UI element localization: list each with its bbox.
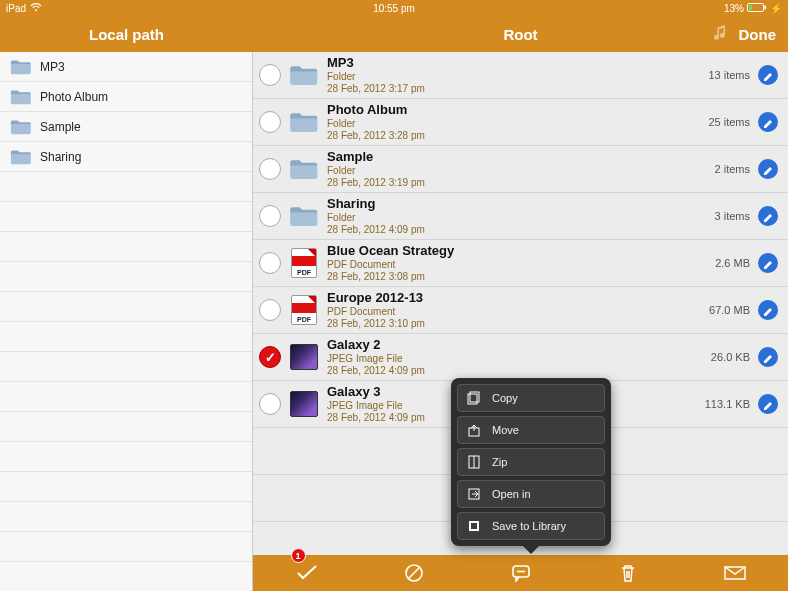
- file-row[interactable]: PDF Blue Ocean Strategy PDF Document 28 …: [253, 240, 788, 287]
- popover-item-icon: [466, 423, 482, 437]
- delete-button[interactable]: [608, 555, 648, 591]
- file-row[interactable]: PDF Europe 2012-13 PDF Document 28 Feb, …: [253, 287, 788, 334]
- file-row[interactable]: Photo Album Folder 28 Feb, 2012 3:28 pm …: [253, 99, 788, 146]
- file-row[interactable]: ✓ Galaxy 2 JPEG Image File 28 Feb, 2012 …: [253, 334, 788, 381]
- image-thumb: [290, 391, 318, 417]
- charging-icon: ⚡: [770, 3, 782, 14]
- sidebar-item-label: MP3: [40, 60, 65, 74]
- file-meta: 113.1 KB: [705, 398, 750, 410]
- file-name: Sharing: [327, 196, 715, 212]
- file-kind: Folder: [327, 118, 708, 130]
- file-meta: 26.0 KB: [711, 351, 750, 363]
- file-row[interactable]: MP3 Folder 28 Feb, 2012 3:17 pm 13 items: [253, 52, 788, 99]
- file-date: 28 Feb, 2012 3:08 pm: [327, 271, 715, 283]
- file-date: 28 Feb, 2012 3:19 pm: [327, 177, 715, 189]
- file-row[interactable]: Sharing Folder 28 Feb, 2012 4:09 pm 3 it…: [253, 193, 788, 240]
- sidebar-item[interactable]: Sharing: [0, 142, 252, 172]
- popover-item-icon: [466, 455, 482, 469]
- selection-circle[interactable]: [259, 111, 281, 133]
- file-thumb: [289, 391, 319, 417]
- file-date: 28 Feb, 2012 3:28 pm: [327, 130, 708, 142]
- select-button[interactable]: 1: [287, 555, 327, 591]
- svg-rect-1: [765, 5, 767, 9]
- file-kind: PDF Document: [327, 306, 709, 318]
- popover-item[interactable]: Zip: [457, 448, 605, 476]
- folder-icon: [10, 149, 32, 165]
- status-bar: iPad 10:55 pm 13% ⚡: [0, 0, 788, 16]
- info-button[interactable]: [758, 206, 778, 226]
- popover-item[interactable]: Save to Library: [457, 512, 605, 540]
- pdf-icon: PDF: [291, 248, 317, 278]
- selection-badge: 1: [291, 548, 306, 563]
- sidebar-item[interactable]: MP3: [0, 52, 252, 82]
- popover-item-icon: [466, 519, 482, 533]
- info-button[interactable]: [758, 253, 778, 273]
- file-date: 28 Feb, 2012 3:17 pm: [327, 83, 708, 95]
- selection-circle[interactable]: [259, 393, 281, 415]
- file-kind: PDF Document: [327, 259, 715, 271]
- sidebar-header: Local path: [0, 16, 253, 52]
- device-label: iPad: [6, 3, 26, 14]
- file-date: 28 Feb, 2012 4:09 pm: [327, 365, 711, 377]
- popover-item[interactable]: Move: [457, 416, 605, 444]
- file-meta: 13 items: [708, 69, 750, 81]
- deselect-button[interactable]: [394, 555, 434, 591]
- file-thumb: [289, 156, 319, 182]
- file-row[interactable]: Sample Folder 28 Feb, 2012 3:19 pm 2 ite…: [253, 146, 788, 193]
- clock: 10:55 pm: [373, 3, 415, 14]
- selection-circle[interactable]: [259, 205, 281, 227]
- selection-circle[interactable]: [259, 64, 281, 86]
- file-name: Photo Album: [327, 102, 708, 118]
- file-meta: 2 items: [715, 163, 750, 175]
- sidebar-title: Local path: [89, 26, 164, 43]
- file-kind: Folder: [327, 165, 715, 177]
- selection-circle[interactable]: [259, 158, 281, 180]
- sidebar: MP3 Photo Album Sample Sharing: [0, 52, 253, 591]
- wifi-icon: [30, 3, 42, 14]
- sidebar-item[interactable]: Sample: [0, 112, 252, 142]
- info-button[interactable]: [758, 300, 778, 320]
- file-name: Blue Ocean Strategy: [327, 243, 715, 259]
- action-popover: CopyMoveZipOpen inSave to Library: [451, 378, 611, 546]
- content-pane: MP3 Folder 28 Feb, 2012 3:17 pm 13 items…: [253, 52, 788, 591]
- info-button[interactable]: [758, 159, 778, 179]
- file-meta: 67.0 MB: [709, 304, 750, 316]
- battery-percent: 13%: [724, 3, 744, 14]
- selection-circle[interactable]: [259, 299, 281, 321]
- selection-circle[interactable]: ✓: [259, 346, 281, 368]
- popover-item-icon: [466, 391, 482, 405]
- selection-circle[interactable]: [259, 252, 281, 274]
- info-button[interactable]: [758, 394, 778, 414]
- file-thumb: [289, 203, 319, 229]
- file-kind: Folder: [327, 212, 715, 224]
- file-meta: 25 items: [708, 116, 750, 128]
- content-title: Root: [503, 26, 537, 43]
- file-date: 28 Feb, 2012 3:10 pm: [327, 318, 709, 330]
- mail-button[interactable]: [715, 555, 755, 591]
- file-name: MP3: [327, 55, 708, 71]
- file-date: 28 Feb, 2012 4:09 pm: [327, 224, 715, 236]
- file-kind: Folder: [327, 71, 708, 83]
- info-button[interactable]: [758, 65, 778, 85]
- battery-icon: [747, 3, 767, 14]
- popover-item[interactable]: Open in: [457, 480, 605, 508]
- sidebar-item[interactable]: Photo Album: [0, 82, 252, 112]
- folder-icon: [10, 119, 32, 135]
- popover-item[interactable]: Copy: [457, 384, 605, 412]
- music-note-icon[interactable]: [714, 25, 728, 44]
- file-meta: 2.6 MB: [715, 257, 750, 269]
- popover-item-icon: [466, 487, 482, 501]
- svg-rect-2: [749, 5, 752, 10]
- sidebar-item-label: Sample: [40, 120, 81, 134]
- info-button[interactable]: [758, 112, 778, 132]
- popover-item-label: Copy: [492, 392, 518, 404]
- action-button[interactable]: [501, 555, 541, 591]
- info-button[interactable]: [758, 347, 778, 367]
- file-thumb: [289, 109, 319, 135]
- popover-item-label: Open in: [492, 488, 531, 500]
- done-button[interactable]: Done: [739, 26, 777, 43]
- sidebar-item-label: Sharing: [40, 150, 81, 164]
- file-thumb: [289, 344, 319, 370]
- sidebar-item-label: Photo Album: [40, 90, 108, 104]
- file-meta: 3 items: [715, 210, 750, 222]
